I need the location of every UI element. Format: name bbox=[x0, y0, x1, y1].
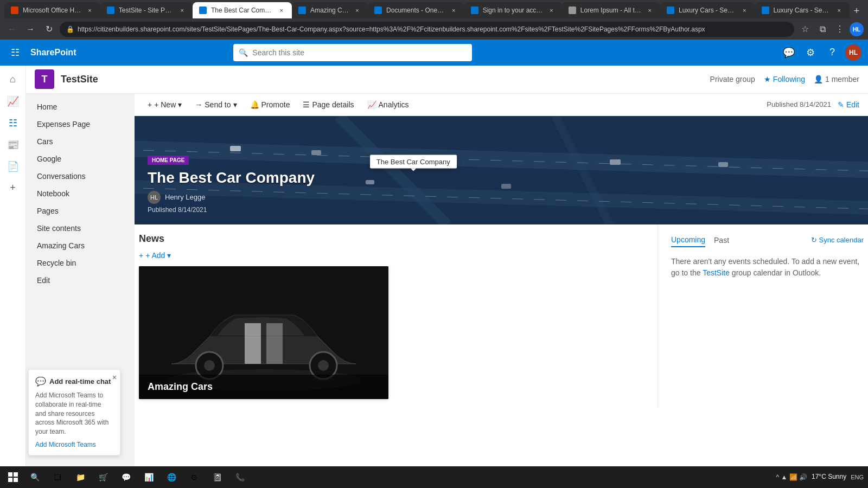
edit-button[interactable]: ✎ Edit bbox=[838, 100, 859, 109]
page-details-button[interactable]: ☰ Page details bbox=[298, 98, 358, 111]
svg-rect-13 bbox=[366, 180, 374, 184]
sharepoint-app: ☷ SharePoint 🔍 💬 ⚙ ? HL ⌂ 📈 ☷ 📰 📄 bbox=[0, 40, 868, 466]
tab-close[interactable]: × bbox=[277, 6, 285, 15]
analytics-button[interactable]: 📈 Analytics bbox=[363, 98, 413, 111]
sidebar-item-notebook[interactable]: Notebook bbox=[26, 185, 135, 202]
news-card[interactable]: Amazing Cars bbox=[139, 266, 388, 399]
chat-icon[interactable]: 💬 bbox=[780, 44, 797, 61]
clock[interactable]: 17°C Sunny bbox=[812, 473, 846, 481]
sharepoint-logo[interactable]: SharePoint bbox=[30, 48, 76, 57]
svg-point-17 bbox=[204, 360, 215, 371]
tab-amazing-cars[interactable]: Amazing Cars × bbox=[292, 2, 368, 18]
tab-luxury-cars-2[interactable]: Luxury Cars - Sedans × bbox=[755, 2, 850, 18]
site-name[interactable]: TestSite bbox=[61, 74, 98, 85]
taskbar-search[interactable]: 🔍 bbox=[24, 467, 46, 487]
sidebar-item-recycle-bin[interactable]: Recycle bin bbox=[26, 254, 135, 272]
reload-button[interactable]: ↻ bbox=[41, 22, 56, 37]
taskbar-edge[interactable]: 🌐 bbox=[161, 467, 182, 487]
sidebar-item-amazing-cars[interactable]: Amazing Cars bbox=[26, 237, 135, 254]
taskbar-store[interactable]: 🛒 bbox=[92, 467, 114, 487]
tab-testsite[interactable]: TestSite - Site Pages × bbox=[100, 2, 193, 18]
rail-activity-icon[interactable]: 📈 bbox=[3, 92, 23, 111]
settings-button[interactable]: ⋮ bbox=[832, 22, 847, 37]
rail-create-icon[interactable]: + bbox=[3, 178, 23, 198]
help-icon[interactable]: ? bbox=[824, 44, 841, 61]
events-section: Upcoming Past ↻ Sync calendar There aren… bbox=[658, 224, 864, 408]
add-icon: + bbox=[139, 251, 143, 260]
tab-close[interactable]: × bbox=[835, 6, 843, 15]
chat-body: Add Microsoft Teams to collaborate in re… bbox=[35, 391, 113, 436]
waffle-menu[interactable]: ☷ bbox=[7, 44, 24, 61]
tab-title: Documents - OneDri... bbox=[386, 7, 445, 14]
svg-rect-7 bbox=[230, 146, 241, 151]
taskbar-teams[interactable]: 💬 bbox=[115, 467, 137, 487]
chat-close-button[interactable]: × bbox=[112, 373, 117, 382]
rail-files-icon[interactable]: 📄 bbox=[3, 157, 23, 176]
sidebar-item-edit[interactable]: Edit bbox=[26, 272, 135, 289]
tab-microsoft-office[interactable]: Microsoft Office Home × bbox=[4, 2, 100, 18]
address-bar[interactable]: 🔒 https://citizenbuilders.sharepoint.com… bbox=[60, 22, 794, 37]
sidebar-item-home[interactable]: Home bbox=[26, 98, 135, 115]
rail-news-icon[interactable]: 📰 bbox=[3, 135, 23, 155]
promote-button[interactable]: 🔔 Promote bbox=[246, 98, 295, 111]
tab-best-car-company[interactable]: The Best Car Company × bbox=[193, 2, 292, 18]
add-teams-link[interactable]: Add Microsoft Teams bbox=[35, 441, 113, 448]
tab-documents[interactable]: Documents - OneDri... × bbox=[368, 2, 464, 18]
back-button[interactable]: ← bbox=[4, 22, 20, 37]
past-tab[interactable]: Past bbox=[714, 234, 729, 247]
hero-title: The Best Car Company bbox=[148, 169, 315, 187]
add-news-button[interactable]: + + Add ▾ bbox=[139, 251, 649, 260]
taskbar-chrome[interactable]: ⊙ bbox=[183, 467, 205, 487]
tab-luxury-cars-1[interactable]: Luxury Cars - Sedans × bbox=[660, 2, 755, 18]
sidebar-item-google[interactable]: Google bbox=[26, 150, 135, 168]
start-button[interactable] bbox=[4, 468, 22, 486]
user-avatar[interactable]: HL bbox=[845, 44, 861, 61]
rail-sites-icon[interactable]: ☷ bbox=[3, 113, 23, 133]
search-input[interactable] bbox=[252, 48, 467, 57]
member-count: 👤 1 member bbox=[814, 75, 859, 84]
taskbar-excel[interactable]: 📊 bbox=[138, 467, 159, 487]
taskbar-icons: 🔍 ❑ 📁 🛒 💬 📊 🌐 ⊙ 📓 📞 bbox=[24, 467, 251, 487]
taskbar-skype[interactable]: 📞 bbox=[229, 467, 251, 487]
hero-content: HOME PAGE The Best Car Company HL Henry … bbox=[148, 155, 315, 214]
site-logo: T bbox=[35, 69, 54, 89]
rail-home-icon[interactable]: ⌂ bbox=[3, 70, 23, 89]
sidebar-item-expenses[interactable]: Expenses Page bbox=[26, 115, 135, 133]
new-tab-button[interactable]: + bbox=[850, 3, 864, 18]
following-button[interactable]: ★ Following bbox=[764, 75, 805, 84]
tab-close[interactable]: × bbox=[646, 6, 654, 15]
new-chevron: ▾ bbox=[178, 100, 182, 109]
tab-title: Sign in to your accou... bbox=[483, 7, 543, 14]
sync-calendar-button[interactable]: ↻ Sync calendar bbox=[811, 236, 864, 244]
main-area: ⌂ 📈 ☷ 📰 📄 + T TestSite Private group ★ bbox=[0, 66, 868, 466]
profile-button[interactable]: HL bbox=[850, 22, 864, 36]
tab-favicon bbox=[667, 7, 674, 14]
settings-icon[interactable]: ⚙ bbox=[802, 44, 819, 61]
sidebar-item-conversations[interactable]: Conversations bbox=[26, 168, 135, 185]
tab-close[interactable]: × bbox=[547, 6, 556, 15]
taskbar-onenote[interactable]: 📓 bbox=[206, 467, 228, 487]
sidebar-item-site-contents[interactable]: Site contents bbox=[26, 220, 135, 237]
upcoming-tab[interactable]: Upcoming bbox=[671, 233, 705, 247]
sidebar-item-pages[interactable]: Pages bbox=[26, 202, 135, 220]
taskbar-task-view[interactable]: ❑ bbox=[47, 467, 68, 487]
bookmark-button[interactable]: ☆ bbox=[797, 22, 813, 37]
tab-title-active: The Best Car Company bbox=[211, 7, 273, 14]
send-to-button[interactable]: → Send to ▾ bbox=[190, 98, 241, 111]
taskbar-file-explorer[interactable]: 📁 bbox=[69, 467, 91, 487]
extensions-button[interactable]: ⧉ bbox=[815, 22, 830, 37]
testsite-link[interactable]: TestSite bbox=[703, 268, 730, 277]
site-content: T TestSite Private group ★ Following 👤 1… bbox=[26, 66, 868, 466]
tab-close[interactable]: × bbox=[450, 6, 458, 15]
sidebar-item-cars[interactable]: Cars bbox=[26, 133, 135, 150]
new-button[interactable]: + + New ▾ bbox=[143, 98, 186, 111]
tab-close[interactable]: × bbox=[178, 6, 186, 15]
promote-icon: 🔔 bbox=[250, 100, 259, 109]
lock-icon: 🔒 bbox=[66, 25, 74, 33]
forward-button[interactable]: → bbox=[23, 22, 38, 37]
tab-close[interactable]: × bbox=[86, 6, 94, 15]
tab-close[interactable]: × bbox=[353, 6, 361, 15]
tab-sign-in[interactable]: Sign in to your accou... × bbox=[464, 2, 562, 18]
tab-lorem-ipsum[interactable]: Lorem Ipsum - All the... × bbox=[562, 2, 660, 18]
tab-close[interactable]: × bbox=[741, 6, 749, 15]
